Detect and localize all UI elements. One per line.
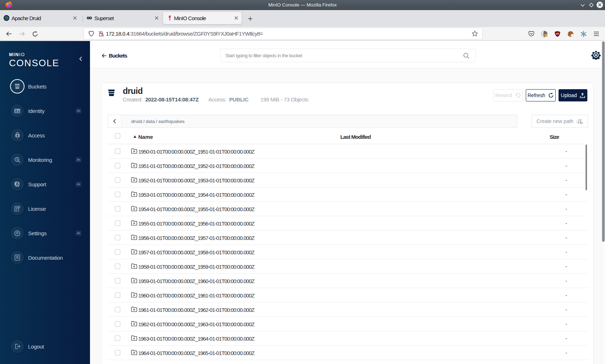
svg-text:uO: uO bbox=[556, 32, 559, 35]
